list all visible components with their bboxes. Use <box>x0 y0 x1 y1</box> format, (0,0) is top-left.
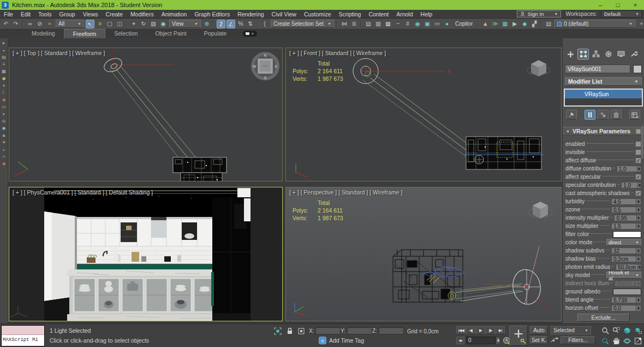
select-and-scale-icon[interactable]: ▧ <box>149 20 158 28</box>
view-cube[interactable]: N E S W TOP <box>253 54 278 80</box>
maxscript-macro-row[interactable] <box>2 326 44 335</box>
selection-filter-dropdown[interactable]: All▼ <box>56 20 84 28</box>
script-icon-10-icon[interactable]: ◗ <box>1 110 8 117</box>
object-name-field[interactable]: VRaySun001 <box>565 64 630 73</box>
tab-display[interactable] <box>615 49 627 60</box>
menu-animation[interactable]: Animation <box>158 10 191 19</box>
script-button-5-icon[interactable]: ◆ <box>520 20 529 28</box>
script-icon-2-icon[interactable]: ▤ <box>1 54 8 61</box>
redo-icon[interactable]: ↷ <box>11 20 20 28</box>
script-button-4-icon[interactable]: ▶ <box>510 20 519 28</box>
spinner-snap-toggle-icon[interactable]: ⇅ <box>246 20 255 28</box>
menu-edit[interactable]: Edit <box>17 10 34 19</box>
viewport-label-physcamera[interactable]: [ + ] [ PhysCamera001 ] [ Standard ] [ D… <box>13 189 153 196</box>
pin-stack-button[interactable] <box>566 110 577 120</box>
spinner-shadow-bias[interactable] <box>636 256 641 262</box>
script-icon-11-icon[interactable]: ◎ <box>1 117 8 125</box>
field-blend-angle[interactable]: 5,739 <box>611 297 636 303</box>
ribbon-minimize-dropdown[interactable]: ▼ <box>243 31 257 37</box>
display-filter-icon[interactable]: ▤ <box>544 20 553 28</box>
field-diffuse-contribution[interactable]: 1,0 <box>617 166 637 172</box>
spinner-down-icon[interactable] <box>637 300 640 303</box>
spinner-down-icon[interactable] <box>637 251 640 254</box>
toggle-ribbon-icon[interactable]: ▦ <box>384 20 392 28</box>
field-specular-contribution[interactable]: 1,0 <box>621 182 638 189</box>
spinner-specular-contribution[interactable] <box>638 182 641 189</box>
script-icon-16-icon[interactable]: ≈ <box>1 153 8 160</box>
go-to-start-button[interactable]: |◀◀ <box>456 326 466 334</box>
script-button-2-icon[interactable]: ≫ <box>491 20 499 28</box>
key-filter-dropdown[interactable]: Selected ▼ <box>551 326 591 334</box>
z-input[interactable] <box>379 327 404 334</box>
modifier-stack-item[interactable]: VRaySun <box>565 90 642 98</box>
field-horizon-offset[interactable]: 0,0 <box>611 305 636 311</box>
spinner-down-icon[interactable] <box>637 202 640 204</box>
menu-create[interactable]: Create <box>102 10 127 19</box>
spinner-shadow-subdivs[interactable] <box>636 248 641 254</box>
script-icon-17-icon[interactable]: ◆ <box>1 160 8 167</box>
close-button[interactable]: × <box>627 0 644 10</box>
spinner-down-icon[interactable] <box>639 185 641 188</box>
script-icon-4-icon[interactable]: ▦ <box>1 68 8 75</box>
script-icon-9-icon[interactable]: ▭ <box>1 103 8 110</box>
filters-button[interactable]: Filters... <box>560 336 595 344</box>
script-button-3-icon[interactable]: ▦ <box>500 20 509 28</box>
select-and-move-icon[interactable]: + <box>129 20 138 28</box>
ribbon-tab-modeling[interactable]: Modeling <box>23 29 64 38</box>
checkbox-affect-diffuse[interactable]: ✓ <box>635 157 641 163</box>
key-mode-toggle[interactable]: ◀▶ <box>456 337 464 344</box>
sign-in-button[interactable]: Sign In ▼ <box>517 10 562 17</box>
tab-modify[interactable] <box>577 49 589 60</box>
script-icon-7-icon[interactable]: ☾ <box>1 89 8 96</box>
previous-frame-button[interactable]: ◀| <box>466 326 475 334</box>
spinner-photon-emit-radius[interactable] <box>638 264 641 270</box>
bind-to-space-warp-icon[interactable]: ≈ <box>45 20 54 28</box>
ribbon-tab-object-paint[interactable]: Object Paint <box>146 29 195 38</box>
sun-gizmo-top[interactable] <box>102 48 174 74</box>
viewport-top[interactable]: N E S W TOP [ + ] [ Top ] [ Standard ] [… <box>9 48 283 181</box>
zoom-extents-all-icon[interactable] <box>633 326 643 336</box>
set-key-button[interactable]: Set K. <box>530 336 548 344</box>
menu-scripting[interactable]: Scripting <box>335 10 365 19</box>
set-keys-button[interactable]: + <box>509 326 528 346</box>
viewport-front[interactable]: x <box>285 48 562 181</box>
field-shadow-bias[interactable]: 0,2cm <box>611 256 636 262</box>
ribbon-tab-selection[interactable]: Selection <box>105 29 146 38</box>
spinner-diffuse-contribution[interactable] <box>637 166 641 172</box>
select-object-icon[interactable]: ↖ <box>86 20 94 28</box>
undo-icon[interactable]: ↶ <box>2 20 10 28</box>
remove-modifier-button[interactable] <box>611 110 622 120</box>
rendered-frame-window-icon[interactable]: ▭ <box>433 20 442 28</box>
zoom-extents-icon[interactable] <box>622 326 632 336</box>
show-end-result-button[interactable] <box>585 110 595 120</box>
script-icon-6-icon[interactable]: ● <box>1 82 8 89</box>
toggle-layer-explorer-icon[interactable]: ▥ <box>374 20 383 28</box>
align-icon[interactable]: ≣ <box>350 20 359 28</box>
field-size-multiplier[interactable]: 1,5 <box>611 223 636 230</box>
window-crossing-toggle-icon[interactable]: ◫ <box>115 20 124 28</box>
sun-gizmo-front[interactable]: x <box>353 58 451 84</box>
modifier-stack-empty-row[interactable] <box>565 98 642 105</box>
panel-scrollbar[interactable] <box>641 126 643 158</box>
spinner-ozone[interactable] <box>636 207 641 213</box>
select-and-rotate-icon[interactable]: ↻ <box>139 20 148 28</box>
script-icon-8-icon[interactable]: ◆ <box>1 96 8 103</box>
selection-lock-toggle[interactable] <box>285 327 294 335</box>
menu-customize[interactable]: Customize <box>300 10 335 19</box>
maxscript-script-row[interactable]: MAXScript Mi <box>2 335 44 346</box>
mirror-icon[interactable]: ⋈ <box>340 20 349 28</box>
field-shadow-subdivs[interactable]: 32 <box>611 248 636 254</box>
scene-plan-wireframe[interactable] <box>173 157 226 181</box>
script-button-6-icon[interactable]: ▞ <box>530 20 539 28</box>
snaps-toggle-icon[interactable]: 2 <box>217 20 225 28</box>
view-cube[interactable] <box>528 202 552 219</box>
pan-hand-icon[interactable] <box>611 336 621 346</box>
spinner-turbidity[interactable] <box>636 198 641 205</box>
layer-selector-dropdown[interactable]: 0 (default)▼ <box>554 20 635 28</box>
menu-group[interactable]: Group <box>56 10 79 19</box>
script-icon-5-icon[interactable]: ◉ <box>1 75 8 82</box>
play-button[interactable]: ▶ <box>476 326 485 334</box>
orbit-icon[interactable] <box>622 336 632 346</box>
minimize-button[interactable]: – <box>592 0 609 10</box>
maximize-button[interactable]: □ <box>609 0 627 10</box>
